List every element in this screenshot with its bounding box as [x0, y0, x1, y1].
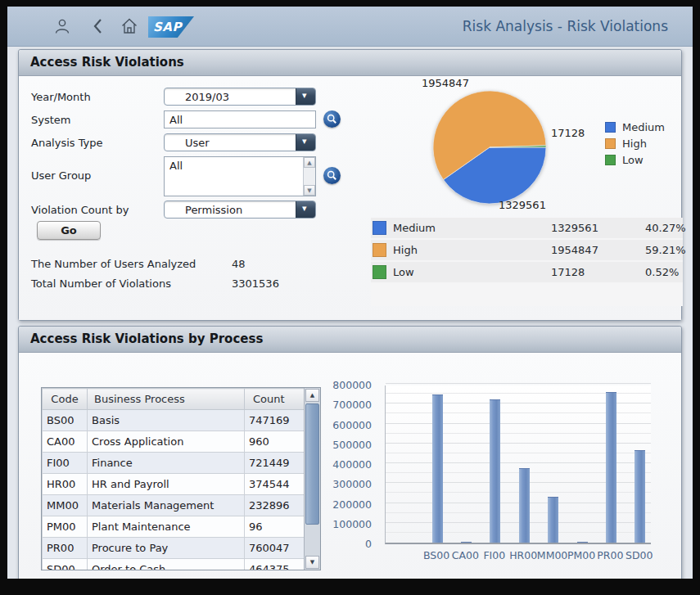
legend-label: High: [622, 137, 647, 150]
summary-label: Medium: [393, 222, 551, 234]
table-row[interactable]: PR00Procure to Pay760047: [43, 538, 305, 559]
legend-item-medium: Medium: [605, 121, 665, 133]
summary-value: 1329561: [551, 222, 645, 234]
col-code[interactable]: Code: [43, 389, 88, 410]
table-row[interactable]: SD00Order to Cash464375: [43, 559, 305, 571]
year-month-label: Year/Month: [31, 91, 91, 103]
y-axis-tick-label: 0: [365, 538, 372, 550]
bar-pm00[interactable]: [577, 542, 588, 543]
table-cell: PM00: [43, 516, 88, 538]
year-month-select[interactable]: 2019/03: [164, 88, 316, 106]
bar-mm00[interactable]: [548, 497, 558, 543]
pie-label-low: 17128: [551, 127, 585, 139]
table-row[interactable]: CA00Cross Application960: [43, 431, 305, 453]
panel-title: Access Risk Violations: [19, 50, 681, 76]
table-cell: SD00: [43, 559, 88, 571]
summary-label: High: [393, 244, 551, 256]
legend-swatch: [605, 155, 616, 165]
table-cell: 747169: [245, 410, 305, 431]
pie-legend: MediumHighLow: [605, 121, 665, 170]
chevron-down-icon[interactable]: [296, 88, 315, 105]
user-group-search-button[interactable]: [323, 167, 341, 184]
summary-row-medium: Medium132956140.27%: [371, 218, 683, 238]
home-icon[interactable]: [120, 16, 139, 36]
scroll-down-icon[interactable]: ▼: [304, 185, 315, 196]
user-profile-icon[interactable]: [52, 16, 72, 36]
violation-count-by-select[interactable]: Permission: [164, 201, 316, 219]
bar-ca00[interactable]: [461, 542, 472, 543]
y-axis-tick-label: 400000: [332, 458, 372, 471]
table-cell: Procure to Pay: [88, 538, 245, 559]
system-search-button[interactable]: [323, 110, 341, 128]
summary-swatch: [373, 243, 386, 257]
scroll-down-icon[interactable]: ▼: [305, 556, 319, 569]
legend-label: Low: [622, 154, 644, 166]
legend-swatch: [605, 138, 616, 149]
y-axis-tick-label: 600000: [332, 419, 372, 431]
user-group-value: All: [169, 160, 183, 172]
table-cell: Plant Maintenance: [88, 516, 245, 538]
table-cell: PR00: [43, 538, 88, 559]
table-row[interactable]: HR00HR and Payroll374544: [43, 474, 305, 495]
scroll-up-icon[interactable]: ▲: [305, 389, 319, 402]
screen-frame: SAP Risk Analysis - Risk Violations Acce…: [0, 0, 700, 595]
sap-logo-text: SAP: [153, 20, 182, 34]
y-axis-tick-label: 800000: [332, 379, 372, 391]
table-row[interactable]: MM00Materials Management232896: [43, 495, 305, 516]
violation-count-by-label: Violation Count by: [31, 204, 129, 216]
legend-swatch: [605, 122, 616, 133]
bar-hr00[interactable]: [519, 468, 530, 543]
table-row[interactable]: PM00Plant Maintenance96: [43, 516, 305, 538]
bar-chart-y-axis: 0100000200000300000400000500000600000700…: [331, 385, 378, 544]
summary-percent: 40.27%: [645, 222, 693, 234]
bar-fi00[interactable]: [490, 399, 500, 543]
risk-summary-table: Medium132956140.27%High195484759.21%Low1…: [371, 218, 683, 306]
y-axis-tick-label: 300000: [332, 478, 372, 490]
process-table-container: Code Business Process Count BS00Basis747…: [41, 387, 321, 570]
bar-sd00[interactable]: [635, 450, 645, 543]
table-cell: 232896: [245, 495, 305, 516]
table-cell: 96: [245, 516, 305, 538]
pie-label-medium: 1329561: [499, 199, 546, 211]
table-cell: Cross Application: [88, 431, 245, 453]
table-scrollbar[interactable]: ▲ ▼: [304, 388, 320, 570]
panel-title: Access Risk Violations by Process: [19, 327, 681, 353]
bar-pr00[interactable]: [606, 392, 616, 543]
table-cell: HR00: [43, 474, 88, 495]
go-button[interactable]: Go: [37, 221, 101, 240]
app-window: SAP Risk Analysis - Risk Violations Acce…: [7, 7, 693, 579]
sap-logo[interactable]: SAP: [148, 16, 194, 38]
users-analyzed-label: The Number of Users Analyzed: [31, 258, 196, 270]
bar-bs00[interactable]: [432, 394, 443, 543]
table-row[interactable]: BS00Basis747169: [43, 410, 305, 431]
table-cell: FI00: [43, 453, 88, 474]
table-cell: 760047: [245, 538, 305, 559]
table-cell: Order to Cash: [88, 559, 245, 571]
user-group-listbox[interactable]: All ▲ ▼: [164, 156, 316, 196]
table-row[interactable]: FI00Finance721449: [43, 453, 305, 474]
col-count[interactable]: Count: [245, 389, 305, 410]
back-icon[interactable]: [89, 16, 109, 36]
scroll-up-icon[interactable]: ▲: [304, 157, 315, 168]
total-violations-label: Total Number of Violations: [31, 277, 171, 290]
listbox-scrollbar[interactable]: ▲ ▼: [303, 157, 315, 196]
col-business-process[interactable]: Business Process: [88, 389, 245, 410]
summary-row-low: Low171280.52%: [371, 262, 683, 282]
summary-percent: 0.52%: [645, 266, 687, 278]
risk-violations-pie-chart: [432, 90, 547, 205]
chevron-down-icon[interactable]: [296, 134, 315, 151]
table-cell: 960: [245, 431, 305, 453]
gridline: [386, 383, 651, 384]
system-input[interactable]: [164, 110, 316, 128]
process-table: Code Business Process Count BS00Basis747…: [42, 388, 305, 570]
table-cell: 374544: [245, 474, 305, 495]
legend-item-high: High: [605, 137, 665, 150]
table-cell: HR and Payroll: [88, 474, 245, 495]
table-cell: Basis: [88, 410, 245, 431]
y-axis-tick-label: 200000: [332, 498, 372, 511]
legend-item-low: Low: [605, 154, 665, 166]
analysis-type-select[interactable]: User: [164, 133, 316, 151]
chevron-down-icon[interactable]: [296, 201, 315, 218]
panel-body: Year/Month 2019/03 System Analysis Type …: [19, 76, 681, 320]
scrollbar-thumb[interactable]: [305, 403, 319, 525]
